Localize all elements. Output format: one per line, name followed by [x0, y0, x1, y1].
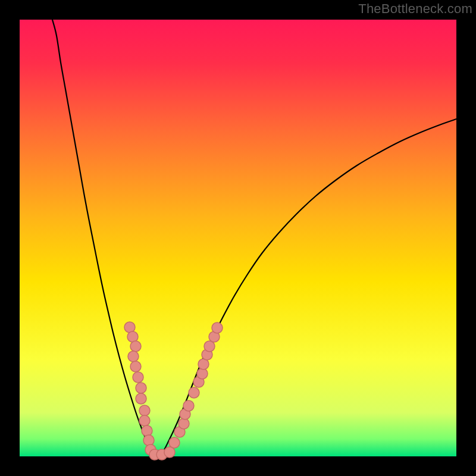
data-dot — [130, 361, 141, 372]
data-dot — [178, 418, 189, 429]
bottleneck-chart — [0, 0, 476, 476]
plot-background — [20, 20, 456, 456]
watermark-text: TheBottleneck.com — [358, 1, 472, 17]
data-dot — [143, 435, 154, 446]
data-dot — [212, 322, 223, 333]
data-dot — [124, 322, 135, 333]
data-dot — [197, 368, 208, 379]
data-dot — [136, 393, 146, 404]
data-dot — [204, 341, 215, 352]
data-dot — [142, 425, 152, 436]
data-dot — [136, 383, 146, 393]
data-dot — [130, 341, 141, 352]
data-dot — [169, 437, 180, 448]
chart-stage: TheBottleneck.com — [0, 0, 476, 476]
data-dot — [139, 415, 150, 426]
data-dot — [128, 351, 139, 362]
data-dot — [133, 372, 143, 383]
data-dot — [127, 331, 138, 342]
data-dot — [189, 387, 199, 398]
data-dot — [139, 405, 150, 416]
data-dot — [183, 400, 194, 411]
data-dot — [164, 447, 175, 458]
